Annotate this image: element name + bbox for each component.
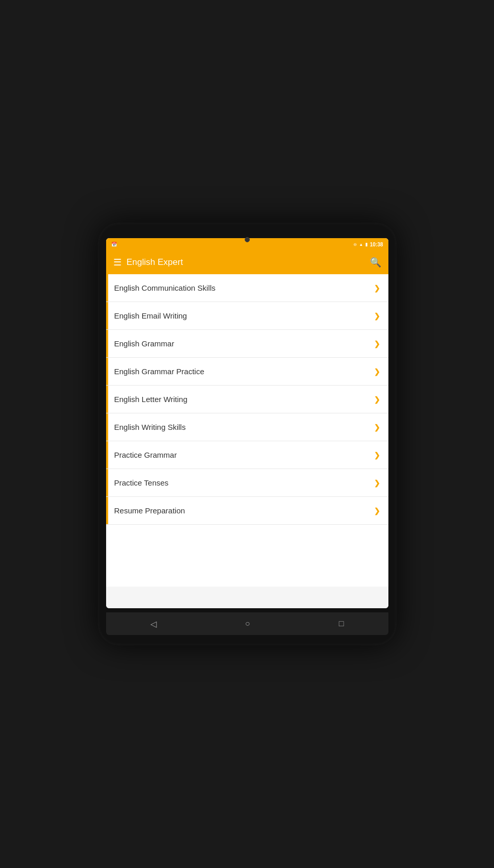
camera	[245, 237, 250, 242]
status-left-icons: 📅	[111, 242, 117, 247]
chevron-right-icon: ❯	[374, 312, 380, 320]
app-bar-left: ☰ English Expert	[113, 257, 183, 268]
list-item[interactable]: English Communication Skills❯	[106, 274, 388, 302]
app-bar: ☰ English Expert 🔍	[106, 251, 388, 274]
status-time: 10:38	[370, 242, 383, 247]
chevron-right-icon: ❯	[374, 340, 380, 348]
chevron-right-icon: ❯	[374, 368, 380, 376]
signal-icon	[353, 242, 357, 247]
list-item-label: English Communication Skills	[114, 283, 216, 292]
list-item-label: English Grammar Practice	[114, 367, 205, 376]
chevron-right-icon: ❯	[374, 507, 380, 515]
chevron-right-icon: ❯	[374, 451, 380, 459]
list-item[interactable]: Practice Tenses❯	[106, 469, 388, 497]
list-item-label: English Email Writing	[114, 311, 187, 320]
battery-icon	[365, 242, 368, 247]
search-icon[interactable]: 🔍	[370, 257, 381, 268]
list-item[interactable]: Practice Grammar❯	[106, 441, 388, 469]
list-item[interactable]: English Letter Writing❯	[106, 386, 388, 413]
recent-button[interactable]: □	[329, 615, 354, 632]
list-empty-space	[106, 525, 388, 587]
chevron-right-icon: ❯	[374, 395, 380, 404]
app-title: English Expert	[127, 257, 183, 268]
chevron-right-icon: ❯	[374, 423, 380, 431]
status-right-icons: 10:38	[353, 242, 383, 247]
list-item[interactable]: English Writing Skills❯	[106, 413, 388, 441]
tablet-device: 📅 10:38 ☰ English Expert 🔍 English Commu…	[98, 223, 397, 645]
list-item-label: Resume Preparation	[114, 506, 185, 515]
list-item[interactable]: English Grammar Practice❯	[106, 358, 388, 386]
list-item-label: Practice Tenses	[114, 478, 169, 487]
list-item-label: Practice Grammar	[114, 450, 177, 459]
list-item[interactable]: English Email Writing❯	[106, 302, 388, 330]
list-item-label: English Letter Writing	[114, 395, 188, 404]
back-button[interactable]: ◁	[140, 615, 167, 633]
list-item[interactable]: English Grammar❯	[106, 330, 388, 358]
chevron-right-icon: ❯	[374, 479, 380, 487]
bottom-nav: ◁ ○ □	[106, 612, 388, 635]
calendar-icon: 📅	[111, 242, 117, 247]
chevron-right-icon: ❯	[374, 284, 380, 292]
list-item-label: English Grammar	[114, 339, 175, 348]
screen: 📅 10:38 ☰ English Expert 🔍 English Commu…	[106, 238, 388, 608]
hamburger-icon[interactable]: ☰	[113, 257, 122, 268]
list-item-label: English Writing Skills	[114, 423, 186, 431]
menu-list: English Communication Skills❯English Ema…	[106, 274, 388, 608]
wifi-icon	[359, 242, 363, 247]
list-item[interactable]: Resume Preparation❯	[106, 497, 388, 525]
home-button[interactable]: ○	[235, 615, 261, 632]
